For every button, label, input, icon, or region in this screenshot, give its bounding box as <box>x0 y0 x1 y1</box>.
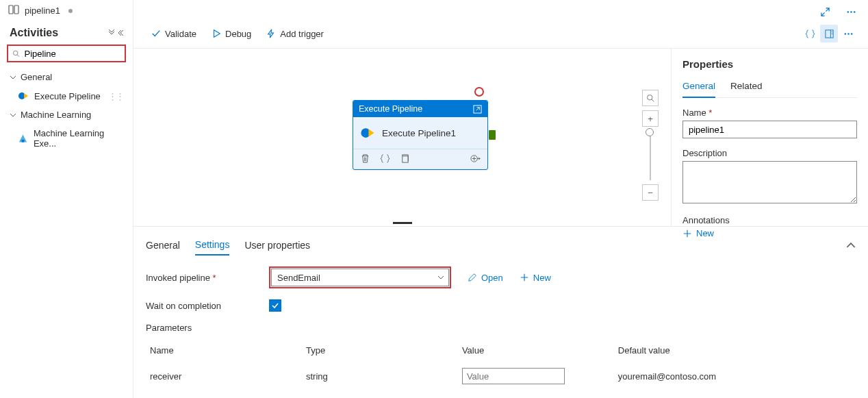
activities-search-input[interactable] <box>7 45 126 62</box>
activity-execute-pipeline[interactable]: Execute Pipeline ⋮⋮ <box>0 86 133 105</box>
svg-rect-5 <box>22 140 25 142</box>
tab-settings[interactable]: Settings <box>195 236 230 256</box>
check-icon <box>271 301 279 310</box>
parameters-label: Parameters <box>146 323 856 333</box>
add-trigger-button[interactable]: Add trigger <box>259 26 331 42</box>
group-general[interactable]: General <box>0 68 133 86</box>
expand-icon <box>820 7 830 17</box>
debug-button[interactable]: Debug <box>205 26 258 42</box>
chevron-down-icon <box>437 274 444 281</box>
tab-general[interactable]: General <box>146 237 180 255</box>
zoom-slider[interactable] <box>650 132 651 180</box>
activity-ml-execute[interactable]: Machine Learning Exe... <box>0 124 133 153</box>
expand-button[interactable] <box>816 3 834 21</box>
validation-marker-icon <box>474 87 484 97</box>
zoom-out-button[interactable]: − <box>642 184 659 201</box>
properties-icon <box>824 29 834 39</box>
param-name: receiver <box>147 364 302 388</box>
svg-point-6 <box>847 11 848 12</box>
zoom-in-button[interactable]: + <box>642 110 659 127</box>
param-type: string <box>303 364 458 388</box>
parameters-table: Name Type Value Default value receiver s… <box>146 340 856 390</box>
code-view-button[interactable] <box>801 25 819 42</box>
activities-search-field[interactable] <box>25 49 120 59</box>
pipeline-tab-label: pipeline1 <box>25 5 60 16</box>
activity-settings-panel: General Settings User properties Invoked… <box>133 226 868 398</box>
wait-label: Wait on completion <box>146 301 269 311</box>
tab-user-properties[interactable]: User properties <box>244 237 310 255</box>
svg-point-2 <box>13 51 18 55</box>
search-icon <box>12 49 21 58</box>
chevron-down-icon <box>108 29 115 36</box>
delete-icon[interactable] <box>360 153 370 164</box>
svg-point-15 <box>850 33 852 34</box>
more-icon <box>846 7 856 17</box>
success-port[interactable] <box>489 130 496 140</box>
param-value-input[interactable] <box>462 368 565 384</box>
pencil-icon <box>468 273 477 282</box>
pipeline-name-input[interactable] <box>682 121 857 138</box>
chevron-up-icon <box>846 240 856 250</box>
svg-point-13 <box>844 33 845 34</box>
activities-title: Activities <box>10 27 58 39</box>
add-output-icon[interactable] <box>470 153 481 164</box>
svg-line-21 <box>652 99 654 101</box>
chevron-down-icon <box>10 112 16 119</box>
tab-props-related[interactable]: Related <box>730 78 763 97</box>
pipeline-toolbar: Validate Debug Add trigger <box>133 21 868 49</box>
open-pipeline-button[interactable]: Open <box>468 273 503 283</box>
properties-toggle-button[interactable] <box>820 25 838 42</box>
description-label: Description <box>682 148 857 158</box>
node-title: Execute Pipeline1 <box>382 128 456 138</box>
node-type-label: Execute Pipeline <box>359 104 422 114</box>
svg-rect-18 <box>403 156 408 162</box>
svg-point-14 <box>847 33 849 34</box>
col-type: Type <box>303 341 458 362</box>
properties-title: Properties <box>682 58 857 70</box>
toolbar-more-button[interactable] <box>839 25 857 42</box>
collapse-sidebar-button[interactable] <box>108 29 123 36</box>
panel-resize-handle[interactable] <box>133 219 671 226</box>
activity-node-execute-pipeline[interactable]: Execute Pipeline Execute Pipeline1 <box>353 100 488 170</box>
group-ml[interactable]: Machine Learning <box>0 105 133 124</box>
col-default: Default value <box>615 341 854 362</box>
more-icon <box>843 29 854 39</box>
table-row: receiver string youremail@contoso.com <box>147 364 854 388</box>
properties-panel: Properties General Related Name * Descri… <box>671 49 868 226</box>
annotations-label: Annotations <box>682 215 857 225</box>
invoked-pipeline-select[interactable]: SendEmail <box>271 269 449 286</box>
wait-checkbox[interactable] <box>269 299 281 312</box>
svg-point-8 <box>853 11 854 12</box>
ml-icon <box>18 133 28 144</box>
svg-rect-0 <box>9 5 13 14</box>
grip-icon: ⋮⋮ <box>108 91 123 101</box>
collapse-panel-button[interactable] <box>846 240 856 252</box>
validate-button[interactable]: Validate <box>144 26 203 42</box>
play-icon <box>212 29 221 38</box>
name-label: Name * <box>682 108 857 118</box>
trigger-icon <box>266 29 276 38</box>
description-input[interactable] <box>682 161 857 203</box>
zoom-control: + − <box>642 90 659 205</box>
more-button[interactable] <box>842 3 860 21</box>
execute-pipeline-icon <box>18 90 29 101</box>
copy-icon[interactable] <box>400 153 410 164</box>
plus-icon <box>520 273 529 282</box>
pipeline-canvas[interactable]: Execute Pipeline Execute Pipeline1 <box>133 49 671 226</box>
zoom-fit-button[interactable] <box>642 90 659 106</box>
col-value: Value <box>459 341 614 362</box>
braces-icon[interactable] <box>380 153 390 164</box>
unsaved-dot-icon <box>68 9 73 13</box>
invoked-pipeline-label: Invoked pipeline * <box>146 273 269 283</box>
execute-pipeline-icon <box>360 125 375 140</box>
new-pipeline-button[interactable]: New <box>520 273 551 283</box>
search-icon <box>646 94 655 103</box>
svg-line-3 <box>17 54 19 56</box>
chevron-down-icon <box>10 74 16 81</box>
svg-point-7 <box>850 11 852 12</box>
tab-props-general[interactable]: General <box>682 78 715 98</box>
open-external-icon[interactable] <box>473 105 482 114</box>
pipeline-tab[interactable]: pipeline1 <box>0 0 133 20</box>
chevron-left-icon <box>116 29 123 36</box>
col-name: Name <box>147 341 302 362</box>
